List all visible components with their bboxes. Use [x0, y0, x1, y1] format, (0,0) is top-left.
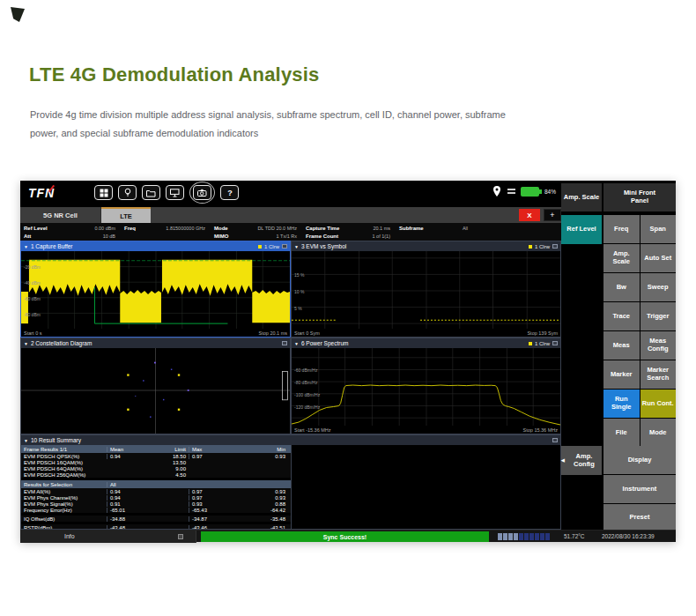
trace-label: 1 Clrw — [535, 341, 550, 346]
bw-button[interactable]: Bw — [603, 273, 640, 301]
collapse-icon[interactable]: ▼ — [24, 341, 28, 346]
camera-icon[interactable] — [193, 185, 211, 200]
panel-title: 10 Result Summary — [31, 437, 81, 443]
y-axis-label: 5 % — [294, 306, 302, 311]
menu-lines-icon[interactable] — [507, 187, 515, 197]
battery-icon — [521, 187, 539, 197]
softkey-grid: Freq Span Amp. Scale Auto Set Bw Sweep T… — [603, 215, 676, 447]
marker-search-button[interactable]: Marker Search — [640, 360, 677, 389]
folder-icon[interactable] — [142, 185, 160, 200]
file-button[interactable]: File — [603, 419, 640, 447]
result-table-wrap: Frame Results 1/1 Mean Limit Max Min EVM… — [21, 445, 560, 530]
page: LTE 4G Demodulation Analysis Provide 4g … — [0, 0, 696, 616]
trace-label: 1 Clrw — [535, 244, 550, 249]
sync-status-text: Sync Success! — [323, 534, 367, 540]
preset-button[interactable]: Preset — [603, 504, 676, 531]
table-row: EVM PDSCH 16QAM(%) 13.50 — [21, 459, 291, 465]
panel-header[interactable]: ▼3 EVM vs Symbol 1 Clrw — [292, 241, 560, 251]
mini-front-panel-header: Mini Front Panel — [603, 183, 676, 212]
panel-evm-vs-symbol: ▼3 EVM vs Symbol 1 Clrw 15 % 10 % 5 % — [291, 241, 561, 338]
meas-config-button[interactable]: Meas Config — [640, 331, 677, 360]
amp-scale-button[interactable]: Amp. Scale — [603, 244, 640, 272]
panel-result-summary: ▼10 Result Summary Frame Results 1/1 Mea… — [20, 434, 561, 530]
capture-waveform — [21, 251, 290, 329]
scrollbar-thumb[interactable] — [283, 371, 288, 399]
add-tab-button[interactable]: + — [544, 209, 561, 221]
page-title: LTE 4G Demodulation Analysis — [29, 63, 320, 86]
x-axis-start: Start -15.36 MHz — [294, 427, 331, 433]
measurement-panels: ▼1 Capture Buffer 1 Clrw — [20, 241, 561, 530]
marker-button[interactable]: Marker — [603, 360, 640, 389]
y-axis-label: -20 dBm — [24, 264, 41, 270]
instrument-button[interactable]: Instrument — [603, 475, 676, 503]
evm-trace — [292, 251, 560, 329]
analyzer-screenshot: TFN — [20, 181, 676, 542]
run-cont-button[interactable]: Run Cont. — [640, 390, 677, 418]
panel-power-spectrum: ▼6 Power Spectrum 1 Clrw -60 dBm/Hz -80 … — [291, 338, 561, 434]
mode-button[interactable]: Mode — [640, 419, 677, 447]
tab-bar: 5G NR Cell LTE X + — [20, 207, 561, 223]
param-value: 1 of 1(1) — [373, 234, 390, 239]
bulb-icon[interactable] — [118, 185, 137, 200]
location-pin-icon[interactable] — [492, 185, 502, 197]
sweep-button[interactable]: Sweep — [640, 273, 677, 301]
x-axis-stop: Stop 15.36 MHz — [523, 427, 558, 433]
window-icon[interactable] — [282, 244, 287, 249]
param-col-mode: ModeDL TDD 20.0 MHz MIMO1 Tx/1 Rx — [214, 224, 297, 240]
close-tab-button[interactable]: X — [519, 209, 540, 221]
display-icon[interactable] — [166, 185, 184, 200]
param-label: Att — [24, 234, 31, 239]
panel-header[interactable]: ▼6 Power Spectrum 1 Clrw — [292, 338, 560, 348]
amp-config-button[interactable]: ◀Amp. Config — [561, 446, 602, 475]
param-value: 20.1 ms — [373, 226, 390, 231]
panel-header[interactable]: ▼2 Constellation Diagram — [21, 338, 290, 348]
param-label: Ref Level — [24, 226, 48, 231]
info-expand-icon[interactable] — [178, 534, 183, 539]
trigger-button[interactable]: Trigger — [640, 302, 677, 330]
param-col-capture: Capture Time20.1 ms Frame Count1 of 1(1) — [306, 224, 390, 240]
panel-title: 6 Power Spectrum — [301, 340, 348, 346]
info-zone: Info — [20, 531, 196, 543]
tab-lte[interactable]: LTE — [101, 207, 151, 223]
control-panel-left: Amp. Scale Ref Level ◀Amp. Config — [561, 183, 602, 530]
param-value: 1.815000000 GHz — [166, 226, 205, 231]
info-label[interactable]: Info — [64, 533, 75, 539]
layout-grid-icon[interactable] — [94, 185, 113, 200]
freq-button[interactable]: Freq — [603, 215, 640, 243]
trace-label: 1 Clrw — [264, 244, 279, 249]
y-axis-label: -60 dBm/Hz — [294, 367, 317, 373]
window-icon[interactable] — [552, 244, 558, 249]
y-axis-label: -40 dBm — [24, 280, 41, 286]
panel-header[interactable]: ▼1 Capture Buffer 1 Clrw — [21, 241, 290, 251]
meas-button[interactable]: Meas — [603, 331, 640, 360]
table-row: EVM PDSCH 64QAM(%) 9.00 — [21, 465, 291, 471]
constellation-plot — [21, 348, 290, 434]
constellation-points — [21, 348, 290, 434]
help-icon[interactable]: ? — [220, 185, 239, 200]
ref-level-button[interactable]: Ref Level — [561, 215, 602, 244]
collapse-icon[interactable]: ▼ — [294, 244, 299, 249]
window-icon[interactable] — [552, 438, 558, 442]
display-button[interactable]: Display — [603, 446, 676, 474]
spectrum-trace — [292, 348, 560, 426]
page-description: Provide 4g time division multiple addres… — [30, 106, 532, 143]
panel-title: 1 Capture Buffer — [31, 243, 73, 249]
auto-set-button[interactable]: Auto Set — [640, 244, 677, 272]
collapse-icon[interactable]: ▼ — [24, 438, 28, 443]
topbar-right-cluster: 84% — [492, 185, 556, 197]
param-label: MIMO — [214, 234, 228, 239]
y-axis-label: -100 dBm/Hz — [294, 392, 320, 397]
run-single-button[interactable]: Run Single — [603, 390, 640, 418]
parameter-bar: Ref Level0.00 dBm Att10 dB Freq1.8150000… — [20, 223, 561, 241]
tab-5g-nr-cell[interactable]: 5G NR Cell — [20, 207, 101, 223]
span-button[interactable]: Span — [640, 215, 677, 243]
trace-button[interactable]: Trace — [603, 302, 640, 330]
status-bar: Info Sync Success! 51.72°C 2022/08/30 16… — [20, 530, 676, 542]
panel-title: 3 EVM vs Symbol — [301, 243, 346, 249]
window-icon[interactable] — [552, 341, 558, 345]
y-axis-label: -80 dBm/Hz — [294, 380, 317, 385]
panel-header[interactable]: ▼10 Result Summary — [21, 435, 560, 445]
collapse-icon[interactable]: ▼ — [24, 244, 28, 249]
window-icon[interactable] — [282, 341, 287, 345]
collapse-icon[interactable]: ▼ — [294, 341, 299, 346]
